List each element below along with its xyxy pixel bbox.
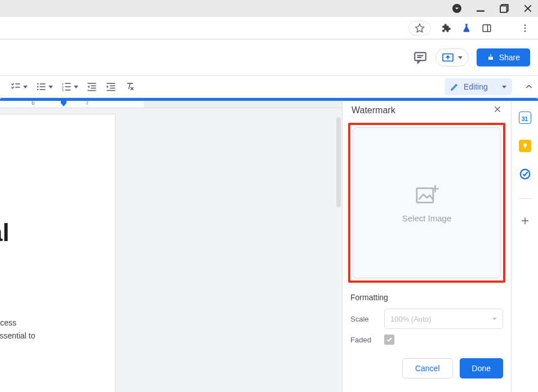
chevron-down-icon bbox=[502, 86, 506, 88]
svg-rect-18 bbox=[40, 83, 46, 84]
svg-text:3: 3 bbox=[62, 88, 64, 92]
minimize-icon[interactable] bbox=[476, 4, 485, 13]
svg-rect-29 bbox=[88, 83, 96, 84]
select-image-button[interactable]: Select Image bbox=[353, 127, 501, 278]
panel-button-row: Cancel Done bbox=[348, 350, 505, 380]
scale-label: Scale bbox=[350, 315, 376, 323]
svg-point-8 bbox=[524, 27, 526, 28]
faded-row: Faded bbox=[350, 335, 503, 345]
svg-point-44 bbox=[523, 144, 527, 147]
maximize-icon[interactable] bbox=[500, 4, 509, 13]
svg-rect-28 bbox=[65, 90, 71, 91]
extensions-icon[interactable] bbox=[441, 23, 451, 33]
document-area: 6 7 al process e essential to d in this … bbox=[0, 98, 342, 392]
right-app-rail: 31 bbox=[511, 98, 538, 392]
scale-value: 100% (Auto) bbox=[390, 315, 431, 323]
svg-rect-20 bbox=[40, 86, 46, 87]
svg-point-19 bbox=[37, 86, 39, 88]
clear-formatting-button[interactable] bbox=[125, 76, 136, 97]
svg-rect-14 bbox=[489, 57, 492, 60]
svg-rect-34 bbox=[110, 86, 115, 87]
tasks-icon[interactable] bbox=[519, 168, 531, 180]
cancel-button[interactable]: Cancel bbox=[402, 358, 453, 378]
document-canvas[interactable]: al process e essential to d in this busi… bbox=[0, 108, 342, 392]
faded-label: Faded bbox=[350, 336, 376, 344]
svg-point-17 bbox=[37, 83, 39, 85]
numbered-list-button[interactable]: 123 bbox=[61, 76, 78, 97]
share-label: Share bbox=[499, 53, 520, 62]
add-addon-button[interactable] bbox=[519, 215, 531, 227]
done-button[interactable]: Done bbox=[460, 358, 503, 378]
scale-select[interactable]: 100% (Auto) bbox=[384, 309, 503, 329]
chevron-down-icon bbox=[48, 86, 53, 88]
document-title-fragment: al bbox=[0, 213, 10, 252]
svg-point-21 bbox=[37, 89, 39, 91]
chevron-down-icon bbox=[458, 56, 463, 59]
svg-rect-22 bbox=[40, 89, 46, 90]
close-panel-button[interactable] bbox=[493, 105, 502, 116]
document-page bbox=[0, 114, 115, 392]
vertical-scrollbar[interactable] bbox=[336, 117, 341, 207]
browser-bar bbox=[0, 17, 538, 39]
sidepanel-body: Select Image Formatting Scale 100% (Auto… bbox=[343, 123, 511, 392]
svg-rect-2 bbox=[500, 6, 506, 12]
cancel-label: Cancel bbox=[415, 364, 440, 373]
svg-rect-30 bbox=[91, 86, 96, 87]
svg-point-7 bbox=[524, 24, 526, 25]
share-button[interactable]: Share bbox=[477, 48, 530, 66]
labs-flask-icon[interactable] bbox=[461, 23, 472, 33]
account-dropdown-icon[interactable] bbox=[452, 4, 461, 13]
chevron-down-icon bbox=[492, 318, 497, 320]
watermark-sidepanel: Watermark Select Image Formatting bbox=[342, 98, 511, 392]
present-dropdown-button[interactable] bbox=[435, 48, 469, 66]
svg-rect-0 bbox=[477, 10, 484, 11]
calendar-day: 31 bbox=[522, 116, 528, 122]
chevron-down-icon bbox=[74, 86, 78, 88]
calendar-icon[interactable]: 31 bbox=[519, 112, 531, 124]
formatting-toolbar: 123 Editing bbox=[0, 75, 538, 98]
chevron-down-icon bbox=[23, 86, 28, 88]
close-window-icon[interactable] bbox=[523, 4, 532, 13]
svg-rect-45 bbox=[524, 146, 526, 148]
svg-rect-32 bbox=[88, 90, 96, 91]
comments-icon[interactable] bbox=[413, 50, 428, 65]
document-body-line: process bbox=[0, 317, 16, 329]
highlighted-region: Select Image bbox=[348, 123, 505, 283]
svg-rect-26 bbox=[65, 86, 71, 87]
bulleted-list-button[interactable] bbox=[35, 76, 53, 97]
svg-rect-10 bbox=[415, 52, 426, 60]
svg-rect-33 bbox=[107, 83, 115, 84]
menu-dots-icon[interactable] bbox=[520, 23, 530, 33]
faded-checkbox[interactable] bbox=[384, 335, 394, 345]
svg-rect-36 bbox=[107, 90, 115, 91]
bookmark-pill[interactable] bbox=[408, 21, 431, 35]
select-image-label: Select Image bbox=[402, 213, 452, 223]
side-panel-icon[interactable] bbox=[482, 23, 492, 33]
formatting-heading: Formatting bbox=[350, 293, 503, 302]
svg-rect-24 bbox=[65, 83, 71, 84]
svg-rect-5 bbox=[483, 25, 491, 32]
checklist-button[interactable] bbox=[10, 76, 28, 97]
mode-label: Editing bbox=[464, 82, 488, 91]
sidepanel-header: Watermark bbox=[343, 98, 511, 123]
sidepanel-title: Watermark bbox=[352, 105, 395, 115]
window-titlebar bbox=[0, 0, 538, 17]
editing-mode-dropdown[interactable]: Editing bbox=[444, 78, 512, 95]
svg-rect-35 bbox=[110, 88, 115, 89]
keep-icon[interactable] bbox=[519, 140, 531, 152]
svg-rect-31 bbox=[91, 88, 96, 89]
document-body-line: e essential to bbox=[0, 329, 35, 342]
done-label: Done bbox=[472, 364, 491, 373]
decrease-indent-button[interactable] bbox=[86, 76, 97, 97]
svg-point-9 bbox=[524, 30, 526, 32]
document-action-row: Share bbox=[0, 39, 538, 75]
collapse-toolbar-button[interactable] bbox=[524, 76, 533, 97]
workspace: 6 7 al process e essential to d in this … bbox=[0, 98, 538, 392]
rail-separator bbox=[518, 198, 532, 199]
increase-indent-button[interactable] bbox=[105, 76, 117, 97]
scale-row: Scale 100% (Auto) bbox=[350, 309, 503, 329]
